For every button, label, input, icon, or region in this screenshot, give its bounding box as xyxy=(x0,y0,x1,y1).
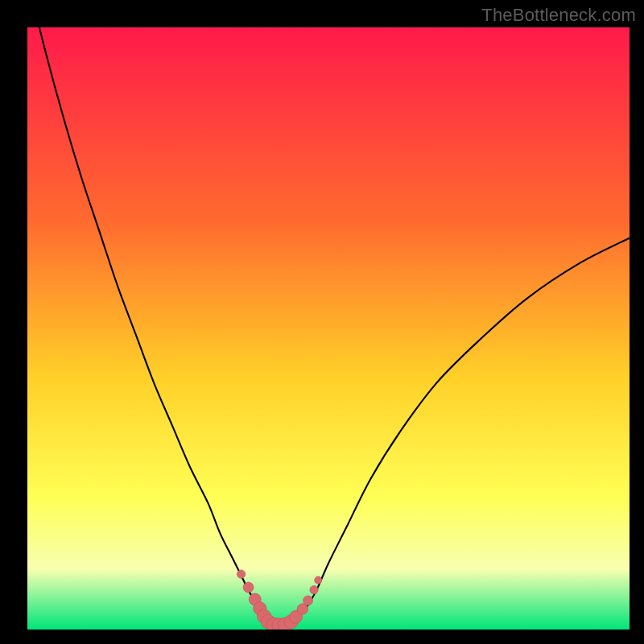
chart-frame: TheBottleneck.com xyxy=(0,0,644,644)
highlight-marker xyxy=(315,576,322,584)
gradient-background xyxy=(27,27,630,630)
highlight-marker xyxy=(303,596,313,605)
chart-plot-area xyxy=(27,27,630,630)
highlight-marker xyxy=(243,582,254,592)
watermark-text: TheBottleneck.com xyxy=(481,5,636,26)
highlight-marker xyxy=(237,570,245,578)
chart-svg xyxy=(27,27,630,630)
highlight-marker xyxy=(310,585,318,593)
